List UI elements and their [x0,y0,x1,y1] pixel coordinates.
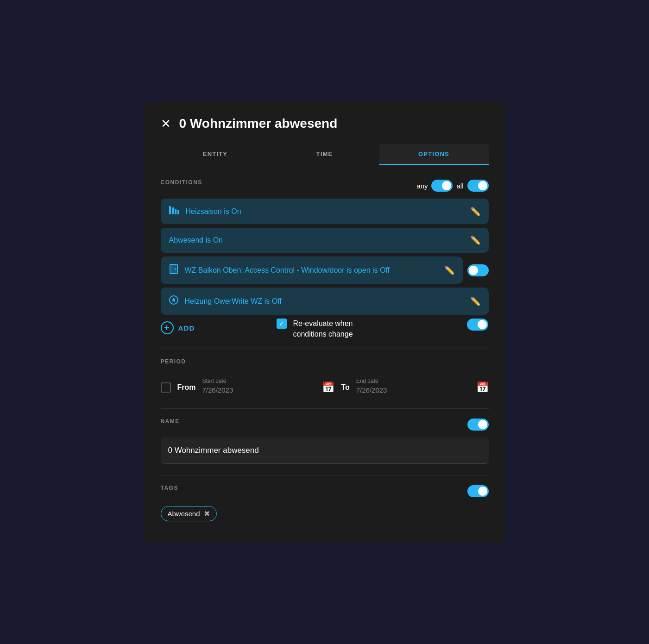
conditions-header: CONDITIONS any all [161,179,489,192]
condition-item-4: Heizung OwerWrite WZ is Off ✏️ [161,288,489,315]
end-date-group: End date 7/26/2023 📅 [356,378,489,397]
tab-time[interactable]: TIME [270,144,379,165]
tags-list: Abwesend ✖ [161,500,489,521]
add-reevaluate-row: + ADD ✓ Re-evaluate when conditions chan… [161,319,489,339]
tags-section-header: TAGS [161,485,489,498]
name-value: 0 Wohnzimmer abwesend [168,446,259,455]
modal: ✕ 0 Wohnzimmer abwesend ENTITY TIME OPTI… [144,101,505,543]
checkmark-icon: ✓ [279,320,284,327]
svg-rect-0 [169,206,171,214]
edit-icon-1[interactable]: ✏️ [470,206,480,217]
period-row: From Start date 7/26/2023 📅 To End date … [161,378,489,397]
tag-remove-icon-1[interactable]: ✖ [204,509,210,518]
any-all-toggle[interactable] [431,180,453,192]
name-input-box[interactable]: 0 Wohnzimmer abwesend [161,438,489,464]
condition-item-1: Heizsaison is On ✏️ [161,199,489,224]
from-label: From [177,383,196,392]
edit-icon-3[interactable]: ✏️ [444,265,454,275]
tab-options[interactable]: OPTIONS [379,144,489,165]
conditions-label: CONDITIONS [161,179,202,186]
condition-text-4: Heizung OwerWrite WZ is Off [185,297,464,306]
period-section: PERIOD From Start date 7/26/2023 📅 To En… [161,358,489,397]
end-date-field[interactable]: End date 7/26/2023 [356,378,472,397]
condition-row-3: WZ Balkon Oben: Access Control - Window/… [161,256,489,284]
divider-3 [161,475,489,475]
to-label: To [341,383,349,392]
tags-toggle[interactable] [467,485,489,497]
any-label: any [416,182,428,190]
conditions-enabled-toggle[interactable] [467,180,489,192]
tab-entity[interactable]: ENTITY [161,144,270,165]
condition-text-3: WZ Balkon Oben: Access Control - Window/… [185,266,438,275]
start-date-group: Start date 7/26/2023 📅 [202,378,335,397]
name-section: NAME 0 Wohnzimmer abwesend [161,418,489,464]
svg-rect-3 [177,210,179,214]
svg-rect-2 [175,209,176,214]
name-section-header: NAME [161,418,489,431]
svg-rect-1 [172,207,174,214]
tags-section: TAGS Abwesend ✖ [161,485,489,521]
end-date-value: 7/26/2023 [356,386,472,394]
period-label: PERIOD [161,358,186,365]
tags-label: TAGS [161,485,178,491]
condition-text-2: Abwesend is On [169,236,464,244]
sensor-icon [169,206,179,217]
reevaluate-checkbox[interactable]: ✓ [277,319,287,329]
door-icon [169,264,178,276]
start-date-field[interactable]: Start date 7/26/2023 [202,378,318,397]
condition-3-toggle[interactable] [467,264,489,276]
period-checkbox[interactable] [161,382,171,393]
divider-2 [161,408,489,409]
reevaluate-label: Re-evaluate when conditions change [293,319,386,339]
start-date-label: Start date [202,378,318,384]
modal-title: 0 Wohnzimmer abwesend [179,116,338,131]
tabs-bar: ENTITY TIME OPTIONS [161,144,489,165]
any-all-toggle-row: any all [416,180,488,192]
divider-1 [161,349,489,349]
name-toggle[interactable] [467,419,489,431]
add-condition-button[interactable]: + ADD [161,321,195,334]
condition-item-2: Abwesend is On ✏️ [161,228,489,253]
svg-point-6 [175,269,176,270]
all-label: all [456,182,463,190]
flame-icon [169,295,178,307]
reevaluate-section: ✓ Re-evaluate when conditions change [277,319,386,339]
end-date-label: End date [356,378,472,384]
close-button[interactable]: ✕ [161,118,171,130]
add-circle-icon: + [161,321,174,334]
condition-text-1: Heizsaison is On [186,207,464,216]
start-date-value: 7/26/2023 [202,386,318,394]
condition-item-3: WZ Balkon Oben: Access Control - Window/… [161,256,463,284]
reevaluate-toggle[interactable] [467,319,488,331]
conditions-section: CONDITIONS any all [161,179,489,315]
tag-chip-1[interactable]: Abwesend ✖ [161,506,217,521]
modal-header: ✕ 0 Wohnzimmer abwesend [161,116,489,131]
edit-icon-4[interactable]: ✏️ [470,296,480,306]
end-calendar-icon[interactable]: 📅 [476,381,489,394]
name-label: NAME [161,418,180,425]
tag-label-1: Abwesend [168,510,200,518]
start-calendar-icon[interactable]: 📅 [322,381,334,394]
period-section-header: PERIOD [161,358,489,371]
edit-icon-2[interactable]: ✏️ [470,235,480,245]
